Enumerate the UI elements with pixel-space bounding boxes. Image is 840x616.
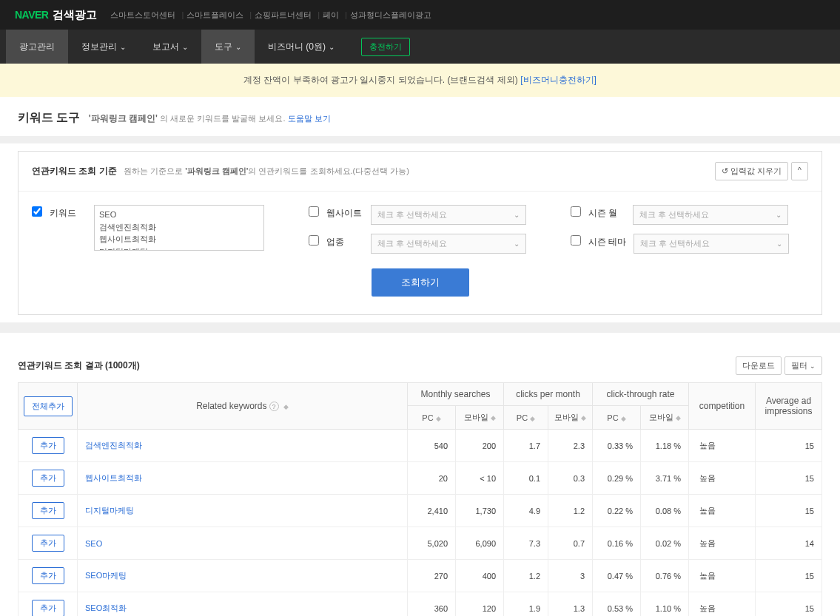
chevron-down-icon: ⌄ — [329, 43, 335, 51]
help-link[interactable]: 도움말 보기 — [288, 114, 331, 123]
keyword-textarea[interactable] — [94, 205, 264, 251]
nav-item[interactable]: 비즈머니 (0원)⌄ — [255, 30, 348, 64]
nav-item[interactable]: 정보관리⌄ — [68, 30, 139, 64]
col-related[interactable]: Related keywords? ◆ — [78, 383, 408, 430]
sort-icon: ◆ — [283, 403, 289, 410]
cell-ctr-mobile: 3.71 % — [641, 462, 689, 495]
table-row: 추가SEO마케팅2704001.230.47 %0.76 %높음15 — [19, 560, 822, 592]
season-month-select[interactable]: 체크 후 선택하세요 ⌄ — [633, 205, 788, 225]
criteria-panel-body: 키워드 웹사이트 체크 후 선택하세요 ⌄ 업종 체크 후 선택 — [19, 192, 821, 314]
cell-clicks-mobile: 1.3 — [548, 592, 593, 617]
keyword-checkbox[interactable] — [32, 206, 42, 217]
cell-monthly-pc: 360 — [408, 592, 456, 617]
cell-clicks-mobile: 0.7 — [548, 527, 593, 560]
cell-competition: 높음 — [689, 430, 756, 462]
nav-item[interactable]: 보고서⌄ — [139, 30, 201, 64]
chevron-down-icon: ⌄ — [776, 211, 782, 219]
website-checkbox[interactable] — [309, 206, 319, 217]
col-clicks-pc[interactable]: PC◆ — [504, 406, 548, 430]
add-button[interactable]: 추가 — [32, 502, 64, 519]
keyword-link[interactable]: SEO마케팅 — [85, 571, 127, 580]
top-link[interactable]: 쇼핑파트너센터 — [255, 10, 312, 19]
sort-icon: ◆ — [530, 415, 535, 422]
top-link[interactable]: 스마트스토어센터 — [110, 10, 175, 19]
keyword-link[interactable]: 웹사이트최적화 — [85, 473, 142, 482]
cell-monthly-mobile: 400 — [456, 560, 504, 592]
cell-monthly-mobile: 120 — [456, 592, 504, 617]
keyword-link[interactable]: SEO최적화 — [85, 603, 127, 612]
results-head: 연관키워드 조회 결과 (1000개) 다운로드 필터⌄ — [18, 351, 822, 382]
keyword-link[interactable]: SEO — [85, 539, 102, 548]
col-monthly-pc[interactable]: PC◆ — [408, 406, 456, 430]
cell-ctr-mobile: 0.76 % — [641, 560, 689, 592]
cell-competition: 높음 — [689, 592, 756, 617]
cell-monthly-pc: 20 — [408, 462, 456, 495]
download-button[interactable]: 다운로드 — [736, 356, 782, 375]
page-subtitle: 의 새로운 키워드를 발굴해 보세요. — [160, 114, 285, 123]
top-link[interactable]: 스마트플레이스 — [187, 10, 243, 19]
cell-monthly-pc: 5,020 — [408, 527, 456, 560]
collapse-button[interactable]: ^ — [791, 162, 808, 180]
cell-avg-imp: 15 — [756, 560, 822, 592]
top-header: NAVER 검색광고 스마트스토어센터|스마트플레이스|쇼핑파트너센터|페이|성… — [0, 0, 840, 30]
cell-monthly-mobile: 6,090 — [456, 527, 504, 560]
cell-monthly-mobile: < 10 — [456, 462, 504, 495]
cell-ctr-pc: 0.53 % — [593, 592, 641, 617]
cell-clicks-mobile: 2.3 — [548, 430, 593, 462]
reset-button[interactable]: ↺입력값 지우기 — [715, 162, 788, 180]
cell-competition: 높음 — [689, 462, 756, 495]
add-all-button[interactable]: 전체추가 — [24, 396, 73, 416]
season-month-placeholder: 체크 후 선택하세요 — [639, 209, 709, 220]
industry-checkbox[interactable] — [309, 235, 319, 246]
col-ctr-mobile[interactable]: 모바일◆ — [641, 406, 689, 430]
nav-item[interactable]: 도구⌄ — [201, 30, 255, 64]
nav-item[interactable]: 광고관리 — [6, 30, 68, 64]
top-link[interactable]: 페이 — [323, 10, 339, 19]
chevron-down-icon: ⌄ — [120, 43, 126, 51]
col-avg-imp[interactable]: Average ad impressions — [756, 383, 822, 430]
add-button[interactable]: 추가 — [32, 470, 64, 487]
reset-icon: ↺ — [722, 166, 728, 175]
criteria-subtitle: 원하는 기준으로 '파워링크 캠페인'의 연관키워드를 조회하세요.(다중선택 … — [124, 166, 409, 175]
charge-button[interactable]: 충전하기 — [361, 38, 410, 56]
col-clicks-mobile[interactable]: 모바일◆ — [548, 406, 593, 430]
col-monthly-mobile[interactable]: 모바일◆ — [456, 406, 504, 430]
separator: | — [317, 10, 320, 19]
season-month-checkbox[interactable] — [571, 206, 581, 217]
cell-avg-imp: 15 — [756, 430, 822, 462]
notice-charge-link[interactable]: [비즈머니충전하기] — [520, 75, 597, 85]
cell-clicks-pc: 1.2 — [504, 560, 548, 592]
chevron-down-icon: ⌄ — [182, 43, 188, 51]
cell-avg-imp: 15 — [756, 592, 822, 617]
results-title: 연관키워드 조회 결과 (1000개) — [18, 359, 140, 372]
add-button[interactable]: 추가 — [32, 437, 64, 454]
add-button[interactable]: 추가 — [32, 535, 64, 552]
sort-icon: ◆ — [436, 415, 441, 422]
cell-monthly-pc: 2,410 — [408, 495, 456, 527]
keyword-link[interactable]: 검색엔진최적화 — [85, 441, 142, 450]
add-button[interactable]: 추가 — [32, 600, 64, 616]
help-icon[interactable]: ? — [269, 402, 279, 411]
col-ctr-pc[interactable]: PC◆ — [593, 406, 641, 430]
col-addall: 전체추가 — [19, 383, 78, 430]
chevron-down-icon: ⌄ — [235, 43, 241, 51]
keyword-label: 키워드 — [50, 205, 87, 220]
cell-avg-imp: 15 — [756, 495, 822, 527]
website-select[interactable]: 체크 후 선택하세요 ⌄ — [371, 205, 526, 225]
season-theme-select[interactable]: 체크 후 선택하세요 ⌄ — [634, 234, 789, 254]
filter-button[interactable]: 필터⌄ — [784, 356, 822, 375]
chevron-down-icon: ⌄ — [514, 240, 520, 248]
industry-select[interactable]: 체크 후 선택하세요 ⌄ — [371, 234, 526, 254]
add-button[interactable]: 추가 — [32, 567, 64, 584]
col-competition[interactable]: competition — [689, 383, 756, 430]
filter-season-theme: 시즌 테마 체크 후 선택하세요 ⌄ — [571, 234, 789, 254]
cell-avg-imp: 15 — [756, 462, 822, 495]
cell-clicks-mobile: 0.3 — [548, 462, 593, 495]
cell-competition: 높음 — [689, 560, 756, 592]
top-link[interactable]: 성과형디스플레이광고 — [350, 10, 431, 19]
search-button[interactable]: 조회하기 — [372, 268, 469, 297]
season-theme-checkbox[interactable] — [571, 235, 581, 246]
website-label: 웹사이트 — [326, 205, 363, 220]
keyword-link[interactable]: 디지털마케팅 — [85, 506, 134, 515]
col-ctr: click-through rate — [593, 383, 689, 406]
